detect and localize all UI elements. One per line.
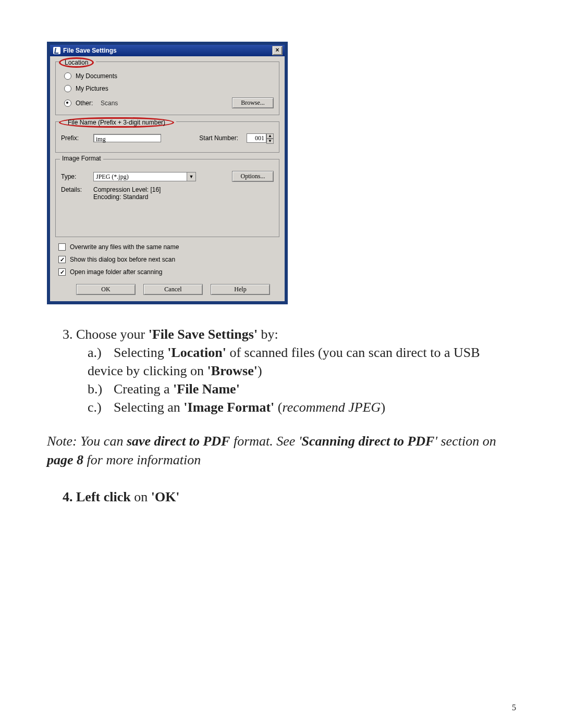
text: on [131,489,151,504]
text: Selecting [114,345,167,360]
app-icon [53,47,60,54]
text: ( [274,400,282,415]
text: Creating a [114,381,173,397]
text: 'Location' [167,345,226,360]
close-icon[interactable]: × [272,46,283,55]
radio-label: My Documents [76,72,117,80]
image-format-group: Image Format Type: JPEG (*.jpg) ▼ Option… [55,159,279,237]
radio-my-documents[interactable]: My Documents [64,72,274,80]
chevron-down-icon[interactable]: ▼ [266,139,274,144]
ok-button[interactable]: OK [76,284,136,295]
text: 'File Save Settings' [149,327,258,342]
text: b.) [88,380,114,398]
text: 4. Left click [63,489,131,504]
location-legend: Location [60,57,96,68]
check-show-dialog[interactable]: Show this dialog box before next scan [58,256,279,263]
text: a.) [88,343,114,362]
help-button[interactable]: Help [211,284,270,295]
type-label: Type: [61,173,93,180]
radio-my-pictures[interactable]: My Pictures [64,85,274,92]
browse-button[interactable]: Browse... [232,97,274,108]
start-number-label: Start Number: [199,134,238,142]
radio-label: My Pictures [76,85,108,92]
text: c.) [88,398,114,416]
type-select[interactable]: JPEG (*.jpg) ▼ [93,172,196,181]
start-number-stepper[interactable]: 001 ▲▼ [247,133,274,143]
checkbox-icon [58,243,66,251]
start-number-value: 001 [247,133,266,143]
format-legend: Image Format [60,155,103,162]
text: ) [381,400,385,415]
annotation-circle: Location [59,57,94,68]
details-text: Compression Level: [16] Encoding: Standa… [93,186,161,201]
filename-group: File Name (Prefix + 3-digit number) Pref… [55,121,279,153]
text: 'File Name' [173,381,240,397]
note: Note: You can save direct to PDF format.… [47,432,516,468]
options-button[interactable]: Options... [232,171,274,182]
text: 3. Choose your [63,327,149,342]
titlebar: File Save Settings × [50,45,285,56]
chevron-down-icon: ▼ [187,172,196,181]
check-label: Overwrite any files with the same name [70,243,179,251]
location-group: Location My Documents My Pictures Other:… [55,61,279,115]
text: 'Browse' [207,363,258,378]
details-label: Details: [61,186,93,193]
text: recommend JPEG [282,400,381,415]
checkbox-icon [58,268,66,276]
instructions: 3. Choose your 'File Save Settings' by: … [47,325,516,506]
other-label: Other: [76,100,99,107]
text: Selecting an [114,400,183,415]
radio-icon [64,85,71,92]
radio-other[interactable] [64,100,71,107]
radio-icon [64,72,71,80]
check-overwrite[interactable]: Overwrite any files with the same name [58,243,279,251]
text: ) [258,363,262,378]
cancel-button[interactable]: Cancel [143,284,203,295]
file-save-settings-dialog: File Save Settings × Location My Documen… [47,42,288,304]
check-label: Show this dialog box before next scan [70,256,175,263]
text: 'OK' [151,489,180,504]
check-label: Open image folder after scanning [70,268,162,276]
prefix-input[interactable]: img [93,134,161,142]
prefix-label: Prefix: [61,134,93,142]
other-value: Scans [101,100,118,107]
text: by: [258,327,278,342]
filename-legend: File Name (Prefix + 3-digit number) [60,117,176,128]
type-value: JPEG (*.jpg) [93,172,187,181]
chevron-up-icon[interactable]: ▲ [266,133,274,139]
checkbox-icon [58,256,66,263]
page-number: 5 [512,703,516,712]
text: 'Image Format' [183,400,274,415]
annotation-circle: File Name (Prefix + 3-digit number) [59,117,174,128]
check-open-folder[interactable]: Open image folder after scanning [58,268,279,276]
window-title: File Save Settings [63,47,117,54]
